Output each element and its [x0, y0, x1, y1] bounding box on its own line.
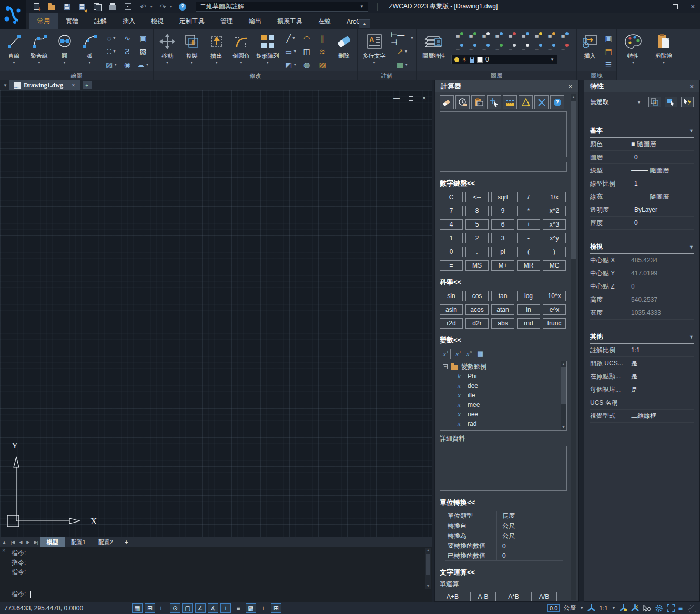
chevron-down-icon[interactable]: ▼	[215, 61, 218, 64]
layer-sync-icon[interactable]: ≡	[544, 43, 556, 53]
calc-key[interactable]: abs	[491, 318, 514, 329]
chevron-down-icon[interactable]: ▼	[63, 61, 66, 64]
ribbon-tab[interactable]: 定制工具	[171, 13, 212, 29]
property-row[interactable]: 註解比例 1:1	[590, 344, 694, 357]
chevron-down-icon[interactable]: ▼	[372, 61, 376, 64]
property-row[interactable]: 顏色 ■隨圖層	[590, 138, 694, 151]
resize-grip[interactable]	[688, 605, 696, 612]
calc-key[interactable]: sqrt	[491, 192, 514, 202]
point-track-toggle[interactable]: +	[220, 603, 231, 613]
calc-key[interactable]: /	[517, 192, 540, 202]
ortho-toggle[interactable]: ∟	[157, 603, 168, 613]
layer-translate-icon[interactable]: ≡	[531, 43, 543, 53]
calc-key[interactable]: <--	[465, 192, 489, 202]
dynamic-input-toggle[interactable]: ∡	[208, 603, 218, 613]
scroll-down-icon[interactable]: ▼	[425, 584, 431, 589]
chevron-down-icon[interactable]: ▼	[612, 606, 616, 610]
redo-icon[interactable]: ↷	[158, 3, 168, 11]
ribbon-tab[interactable]: 實體	[58, 13, 86, 29]
calc-key[interactable]: sin	[440, 291, 463, 301]
minimize-icon[interactable]: —	[653, 3, 660, 11]
annotation-scale-value[interactable]: 1:1	[599, 605, 608, 612]
doc-close-icon[interactable]: ×	[422, 95, 426, 102]
calc-key[interactable]: acos	[465, 304, 489, 315]
variable-item[interactable]: x dee	[443, 381, 560, 391]
ribbon-collapse-icon[interactable]: ▲	[359, 19, 370, 28]
offset-icon[interactable]: ∥	[321, 35, 324, 42]
property-value[interactable]: 是	[626, 357, 694, 370]
layout-tab[interactable]: 模型	[40, 537, 65, 547]
hatch-icon[interactable]: ▨▼	[106, 61, 117, 68]
calc-key[interactable]: 4	[440, 219, 463, 230]
ribbon-tab[interactable]: 擴展工具	[269, 13, 310, 29]
layer-properties-button[interactable]: 圖層特性	[419, 30, 449, 60]
section-view-header[interactable]: 檢視 ▼	[590, 242, 694, 254]
property-value[interactable]: 0	[626, 151, 694, 163]
layer-off-icon[interactable]: ≡	[479, 32, 490, 41]
calc-key[interactable]: A/B	[531, 592, 557, 601]
annotation-scale-icon[interactable]	[587, 604, 595, 612]
scroll-down-icon[interactable]: ▼	[561, 424, 566, 430]
layer-color-swatch[interactable]	[477, 57, 483, 63]
layer-unlock-icon[interactable]: ≡	[518, 32, 530, 41]
doc-restore-icon[interactable]	[409, 96, 413, 101]
quick-properties-toggle[interactable]: ⊞	[271, 603, 281, 613]
layout-tab[interactable]: 配置2	[92, 537, 119, 547]
calc-key[interactable]: A-B	[470, 592, 496, 601]
layer-on-icon[interactable]: ≡	[531, 32, 543, 41]
polar-toggle[interactable]: ⊙	[170, 603, 180, 613]
revision-cloud-icon[interactable]: ☁▼	[137, 61, 149, 68]
spline-cv-icon[interactable]: Ƨ	[125, 48, 129, 55]
chevron-down-icon[interactable]: ▼	[165, 61, 169, 64]
calc-key[interactable]: 8	[465, 206, 489, 216]
arc-button[interactable]: 弧▼	[78, 30, 101, 64]
variable-item[interactable]: k Phi	[443, 372, 560, 381]
save-icon[interactable]	[62, 3, 72, 11]
chevron-down-icon[interactable]: ▼	[662, 61, 666, 64]
collapse-icon[interactable]: −	[443, 364, 448, 369]
layer-copy-icon[interactable]: ≡	[479, 43, 490, 53]
get-coordinates-icon[interactable]	[487, 95, 501, 109]
property-row[interactable]: 高度 540.2537	[590, 293, 694, 306]
donut-icon[interactable]: ◉	[124, 61, 130, 68]
scrollbar-thumb[interactable]	[426, 554, 430, 575]
unit-row[interactable]: 要轉換的數值 0	[445, 541, 563, 551]
command-scrollbar[interactable]: ▲ ▼	[425, 548, 431, 589]
calc-key[interactable]: M+	[491, 260, 514, 271]
chevron-down-icon[interactable]: ▼	[550, 57, 554, 62]
calc-key[interactable]: x^y	[543, 233, 566, 243]
settings-gear-icon[interactable]	[655, 604, 663, 612]
calc-key[interactable]: r2d	[440, 318, 463, 329]
new-variable-icon[interactable]: x+	[441, 349, 451, 359]
calc-key[interactable]: cos	[465, 291, 489, 301]
chevron-down-icon[interactable]: ▼	[689, 128, 694, 134]
property-row[interactable]: 視覺型式 二維線框	[590, 410, 694, 423]
selection-mode-icon[interactable]	[643, 605, 651, 612]
clipboard-button[interactable]: 剪貼簿▼	[650, 30, 678, 64]
calc-key[interactable]: (	[517, 247, 540, 257]
calc-key[interactable]: asin	[440, 304, 463, 315]
calc-key[interactable]: 0	[440, 247, 463, 257]
variable-item[interactable]: x vee	[443, 428, 560, 431]
point-icon[interactable]: ∷▼	[107, 48, 116, 55]
unit-row-value[interactable]: 0	[496, 551, 563, 560]
help-icon[interactable]: ?	[550, 95, 564, 109]
layer-previous-icon[interactable]: ≡	[505, 43, 516, 53]
layer-new-icon[interactable]: ≡	[518, 43, 530, 53]
property-value[interactable]: 是	[626, 383, 694, 396]
variables-folder-row[interactable]: − 變數範例	[443, 362, 560, 372]
close-icon[interactable]: ×	[691, 3, 695, 11]
model-canvas[interactable]: — × Y X	[0, 90, 432, 537]
rect-array-button[interactable]: 矩形陣列▼	[255, 30, 280, 64]
section-other-header[interactable]: 其他 ▼	[590, 332, 694, 344]
circle-button[interactable]: 圓▼	[53, 30, 76, 64]
open-file-icon[interactable]	[47, 3, 56, 11]
scroll-up-icon[interactable]: ▲	[425, 548, 431, 553]
grid-toggle[interactable]: ▦	[132, 603, 143, 613]
property-row[interactable]: 中心點 Y 417.0199	[590, 267, 694, 280]
section-basic-header[interactable]: 基本 ▼	[590, 126, 694, 138]
save-as-icon[interactable]	[77, 3, 87, 11]
break-icon[interactable]: ◍	[303, 61, 310, 68]
calc-key[interactable]: d2r	[465, 318, 489, 329]
mtext-button[interactable]: A 多行文字▼	[360, 30, 388, 64]
